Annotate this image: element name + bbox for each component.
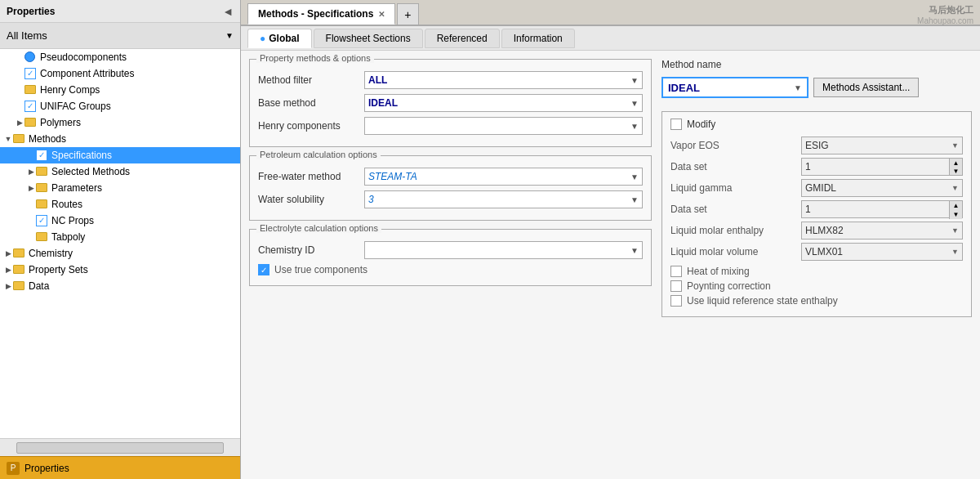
data-set-2-spin-up[interactable]: ▲ (949, 201, 962, 210)
electrolyte-options-group: Electrolyte calculation options Chemistr… (249, 229, 652, 286)
left-panel-header: Properties ◄ (0, 0, 240, 23)
add-tab-button[interactable]: + (397, 3, 418, 25)
tree-arrow-polymers[interactable]: ▶ (15, 119, 24, 127)
poynting-correction-checkbox[interactable] (670, 280, 682, 292)
tree-item-henry-comps[interactable]: Henry Comps (0, 82, 240, 98)
liquid-reference-state-label: Use liquid reference state enthalpy (687, 295, 838, 307)
horizontal-scrollbar[interactable] (16, 442, 224, 454)
tree-item-data[interactable]: ▶Data (0, 278, 240, 294)
folder-icon (24, 116, 38, 129)
liquid-reference-state-checkbox[interactable] (670, 295, 682, 307)
property-methods-group: Property methods & options Method filter… (249, 59, 652, 147)
data-set-2-spin: ▲ ▼ (949, 201, 962, 217)
henry-components-row: Henry components ▼ (258, 117, 643, 135)
tree-item-specifications[interactable]: ✓Specifications (0, 147, 240, 163)
base-method-select[interactable]: IDEAL ▼ (364, 94, 643, 112)
tree-arrow-methods[interactable]: ▼ (3, 135, 13, 143)
liquid-gamma-arrow: ▼ (951, 184, 959, 192)
method-filter-label: Method filter (258, 74, 364, 86)
henry-components-arrow: ▼ (630, 122, 639, 131)
main-tab[interactable]: Methods - Specifications ✕ (247, 3, 395, 25)
tree-item-tabpoly[interactable]: Tabpoly (0, 229, 240, 245)
content-tabs: ●GlobalFlowsheet SectionsReferencedInfor… (241, 26, 980, 51)
liquid-molar-volume-value: VLMX01 (805, 246, 843, 257)
liquid-molar-volume-select[interactable]: VLMX01 ▼ (801, 243, 963, 261)
water-solubility-row: Water solubility 3 ▼ (258, 190, 643, 208)
content-tab-referenced[interactable]: Referenced (425, 29, 500, 48)
free-water-method-value: STEAM-TA (368, 171, 417, 182)
folder-icon (13, 280, 26, 293)
tree-item-parameters[interactable]: ▶Parameters (0, 180, 240, 196)
content-tab-information[interactable]: Information (501, 29, 575, 48)
collapse-panel-button[interactable]: ◄ (222, 5, 234, 18)
tree-item-label-henry-comps: Henry Comps (40, 84, 100, 96)
liquid-gamma-select[interactable]: GMIDL ▼ (801, 179, 963, 197)
data-set-2-spin-down[interactable]: ▼ (949, 210, 962, 219)
electrolyte-rows: Chemistry ID ▼ ✓ Use true components (258, 241, 643, 275)
free-water-method-select[interactable]: STEAM-TA ▼ (364, 168, 643, 186)
method-name-label: Method name (662, 59, 972, 70)
check-icon: ✓ (24, 100, 38, 113)
data-set-2-input: 1 ▲ ▼ (801, 200, 963, 218)
tree-item-label-routes: Routes (51, 199, 82, 210)
tree-area: Pseudocomponents✓Component AttributesHen… (0, 49, 240, 438)
tree-item-component-attributes[interactable]: ✓Component Attributes (0, 65, 240, 82)
heat-of-mixing-label: Heat of mixing (687, 266, 750, 277)
data-set-2-value: 1 (802, 201, 949, 217)
water-solubility-select[interactable]: 3 ▼ (364, 190, 643, 208)
circle-icon (24, 51, 38, 64)
tree-item-methods[interactable]: ▼Methods (0, 131, 240, 147)
check-icon: ✓ (36, 214, 49, 227)
tree-arrow-chemistry[interactable]: ▶ (3, 249, 13, 257)
tree-item-nc-props[interactable]: ✓NC Props (0, 213, 240, 229)
left-panel-title: Properties (7, 6, 55, 17)
liquid-molar-volume-arrow: ▼ (951, 248, 959, 256)
electrolyte-options-title: Electrolyte calculation options (256, 223, 381, 233)
henry-components-select[interactable]: ▼ (364, 117, 643, 135)
folder-icon (13, 263, 26, 276)
tree-item-polymers[interactable]: ▶Polymers (0, 114, 240, 131)
chemistry-id-select[interactable]: ▼ (364, 241, 643, 259)
method-filter-select[interactable]: ALL ▼ (364, 71, 643, 89)
tree-arrow-property-sets[interactable]: ▶ (3, 266, 13, 274)
all-items-dropdown[interactable]: ▼ (225, 31, 234, 40)
data-set-1-spin-down[interactable]: ▼ (949, 167, 962, 175)
methods-assistant-button[interactable]: Methods Assistant... (813, 78, 919, 97)
modify-checkbox[interactable] (670, 119, 682, 130)
petroleum-rows: Free-water method STEAM-TA ▼ Water solub… (258, 168, 643, 208)
use-true-components-checkbox[interactable]: ✓ (258, 264, 270, 275)
content-tab-label-information: Information (514, 33, 563, 44)
tree-item-chemistry[interactable]: ▶Chemistry (0, 245, 240, 262)
content-tab-flowsheet-sections[interactable]: Flowsheet Sections (314, 29, 423, 48)
modify-section: Modify Vapor EOS ESIG ▼ Data set (662, 111, 972, 317)
heat-of-mixing-checkbox[interactable] (670, 266, 682, 277)
tree-arrow-parameters[interactable]: ▶ (26, 184, 36, 192)
folder-icon (36, 231, 49, 244)
data-set-1-spin-up[interactable]: ▲ (949, 159, 962, 167)
tree-item-unifac-groups[interactable]: ✓UNIFAC Groups (0, 98, 240, 114)
free-water-method-arrow: ▼ (630, 172, 639, 181)
tree-item-label-data: Data (29, 280, 49, 292)
vapor-eos-arrow: ▼ (951, 141, 959, 150)
content-tab-global[interactable]: ●Global (247, 29, 312, 48)
method-name-select[interactable]: IDEAL ▼ (662, 77, 808, 98)
tab-close-button[interactable]: ✕ (378, 10, 385, 19)
tab-icon-global: ● (260, 33, 265, 44)
liquid-molar-enthalpy-select[interactable]: HLMX82 ▼ (801, 222, 963, 239)
tree-item-label-pseudocomponents: Pseudocomponents (40, 51, 127, 63)
method-name-value: IDEAL (668, 82, 700, 94)
chemistry-id-arrow: ▼ (630, 246, 639, 255)
chemistry-id-row: Chemistry ID ▼ (258, 241, 643, 259)
tree-arrow-selected-methods[interactable]: ▶ (26, 168, 36, 176)
tree-item-pseudocomponents[interactable]: Pseudocomponents (0, 49, 240, 65)
tree-arrow-data[interactable]: ▶ (3, 282, 13, 290)
vapor-eos-select[interactable]: ESIG ▼ (801, 137, 963, 154)
tree-item-selected-methods[interactable]: ▶Selected Methods (0, 163, 240, 180)
method-name-row: IDEAL ▼ Methods Assistant... (662, 77, 972, 98)
petroleum-options-group: Petroleum calculation options Free-water… (249, 155, 652, 221)
watermark: 马后炮化工 Mahoupao.com (917, 4, 973, 25)
tree-item-property-sets[interactable]: ▶Property Sets (0, 262, 240, 278)
liquid-gamma-label: Liquid gamma (670, 182, 801, 194)
tree-item-routes[interactable]: Routes (0, 196, 240, 213)
poynting-correction-label: Poynting correction (687, 280, 771, 292)
